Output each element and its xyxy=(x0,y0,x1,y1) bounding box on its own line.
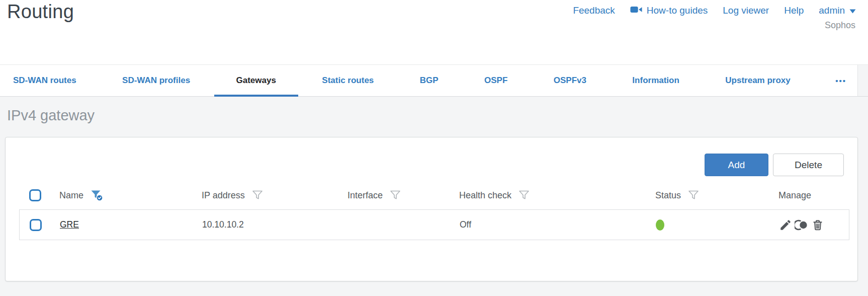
feedback-label: Feedback xyxy=(573,5,615,16)
tab-strip: SD-WAN routes SD-WAN profiles Gateways S… xyxy=(0,64,868,97)
column-header-interface: Interface xyxy=(348,190,383,201)
chevron-down-icon xyxy=(849,5,856,16)
log-viewer-link[interactable]: Log viewer xyxy=(723,5,769,16)
header-nav: Feedback How-to guides Log viewer Help a… xyxy=(573,5,856,16)
user-menu-label: admin xyxy=(819,5,845,16)
filter-active-icon[interactable] xyxy=(91,189,104,201)
section-title: IPv4 gateway xyxy=(7,107,858,124)
feedback-link[interactable]: Feedback xyxy=(573,5,615,16)
help-label: Help xyxy=(784,5,804,16)
column-header-status: Status xyxy=(655,190,681,201)
status-up-indicator xyxy=(656,219,664,231)
tab-sdwan-profiles[interactable]: SD-WAN profiles xyxy=(118,65,194,96)
tab-ospf[interactable]: OSPF xyxy=(480,65,511,96)
log-viewer-label: Log viewer xyxy=(723,5,769,16)
content-area: IPv4 gateway Add Delete Name xyxy=(0,97,868,296)
column-header-health-check: Health check xyxy=(459,190,511,201)
gateway-name-link[interactable]: GRE xyxy=(60,219,79,230)
column-header-ip: IP address xyxy=(202,190,245,201)
edit-icon[interactable] xyxy=(779,218,792,232)
toolbar: Add Delete xyxy=(19,154,849,176)
filter-icon[interactable] xyxy=(518,190,530,201)
filter-icon[interactable] xyxy=(252,190,263,201)
column-header-name: Name xyxy=(59,190,83,201)
gateway-health-check: Off xyxy=(460,219,471,230)
tab-bar: SD-WAN routes SD-WAN profiles Gateways S… xyxy=(0,64,858,97)
gateway-ip: 10.10.10.2 xyxy=(202,219,244,230)
user-menu[interactable]: admin xyxy=(819,5,856,16)
column-header-manage: Manage xyxy=(778,190,811,201)
tabs-overflow-icon[interactable]: ••• xyxy=(832,77,849,85)
gateway-table: Name IP address xyxy=(19,181,849,240)
select-all-checkbox[interactable] xyxy=(29,189,41,201)
page-title: Routing xyxy=(7,1,74,23)
tab-bgp[interactable]: BGP xyxy=(416,65,443,96)
tab-upstream-proxy[interactable]: Upstream proxy xyxy=(721,65,794,96)
table-header-row: Name IP address xyxy=(19,181,849,209)
gateway-panel: Add Delete Name xyxy=(5,137,858,281)
tab-strip-gutter xyxy=(858,64,868,97)
tab-static-routes[interactable]: Static routes xyxy=(318,65,378,96)
row-checkbox[interactable] xyxy=(30,219,42,231)
howto-guides-link[interactable]: How-to guides xyxy=(630,5,708,16)
tab-sdwan-routes[interactable]: SD-WAN routes xyxy=(9,65,80,96)
delete-button[interactable]: Delete xyxy=(773,154,844,176)
brand-label: Sophos xyxy=(825,20,855,31)
tab-gateways[interactable]: Gateways xyxy=(232,65,280,96)
table-row: GRE 10.10.10.2 Off xyxy=(19,209,849,240)
filter-icon[interactable] xyxy=(390,190,401,201)
help-link[interactable]: Help xyxy=(784,5,804,16)
tab-ospfv3[interactable]: OSPFv3 xyxy=(550,65,590,96)
filter-icon[interactable] xyxy=(688,190,699,201)
page-header: Routing Feedback How-to guides Log viewe… xyxy=(0,0,868,64)
add-button[interactable]: Add xyxy=(705,154,768,176)
video-camera-icon xyxy=(630,5,642,16)
howto-guides-label: How-to guides xyxy=(647,5,708,16)
delete-icon[interactable] xyxy=(811,218,824,232)
clone-icon[interactable] xyxy=(795,218,809,232)
tab-information[interactable]: Information xyxy=(628,65,683,96)
